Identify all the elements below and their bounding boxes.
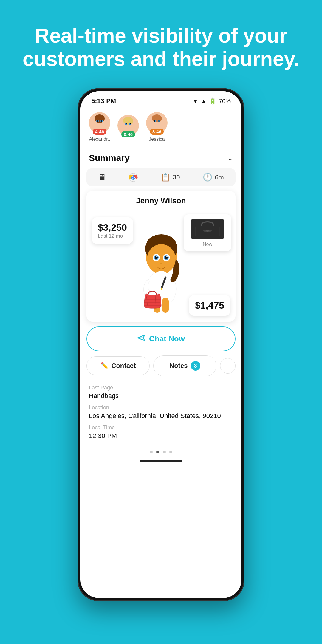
svg-point-40 [160, 263, 162, 264]
hero-title: Real-time visibility of your customers a… [0, 0, 322, 88]
stat-divider-3 [191, 173, 191, 182]
more-options-button[interactable]: ⋯ [220, 358, 236, 374]
product-image [191, 219, 224, 239]
desktop-icon: 🖥 [98, 173, 106, 182]
chat-now-button[interactable]: Chat Now [86, 326, 236, 351]
dot-1[interactable] [150, 451, 153, 453]
product-now-label: Now [203, 242, 212, 247]
contact-label: Contact [112, 362, 136, 370]
status-bar: 5:13 PM ▼ ▲ 🔋 70% [80, 91, 242, 108]
last-page-value: Handbags [89, 392, 233, 400]
stat-divider-1 [117, 173, 117, 182]
product-handbag-image [193, 219, 222, 239]
more-icon: ⋯ [225, 362, 231, 370]
customer-name: Jenny Wilson [86, 191, 236, 208]
visitor-avatar-2: 0:46 [117, 115, 139, 136]
revenue-card: $3,250 Last 12 mo [92, 217, 133, 244]
svg-point-16 [152, 114, 162, 122]
info-section: Last Page Handbags Location Los Angeles,… [80, 382, 242, 448]
customer-card-body: $3,250 Last 12 mo [86, 208, 236, 322]
contact-button[interactable]: ✏️ Contact [86, 356, 150, 375]
stat-chrome [129, 173, 138, 182]
customer-card: Jenny Wilson $3,250 Last 12 mo [86, 191, 236, 322]
svg-point-6 [101, 120, 102, 122]
stat-divider-2 [149, 173, 149, 182]
home-indicator [80, 456, 242, 465]
last-page-label: Last Page [89, 385, 233, 391]
stat-time: 🕐 6m [203, 173, 224, 182]
visitor-badge-3: 3:46 [150, 129, 164, 135]
svg-point-12 [126, 123, 127, 124]
clock-icon: 🕐 [203, 173, 212, 182]
svg-point-13 [130, 123, 131, 124]
revenue-amount: $3,250 [98, 222, 127, 233]
visitor-badge-2: 0:46 [121, 131, 135, 137]
summary-title: Summary [89, 153, 130, 163]
wifi-icon: ▼ [192, 98, 198, 105]
local-time-label: Local Time [89, 425, 233, 431]
svg-point-51 [206, 230, 209, 232]
status-time: 5:13 PM [91, 97, 116, 105]
visitor-avatar-3: 3:46 [146, 112, 168, 134]
local-time-value: 12:30 PM [89, 432, 233, 440]
notes-count-badge: 3 [191, 361, 200, 371]
dot-2[interactable] [156, 451, 159, 453]
home-bar [140, 460, 182, 462]
product-card: Now [184, 214, 231, 251]
status-icons: ▼ ▲ 🔋 70% [192, 97, 231, 105]
page-dots [80, 448, 242, 456]
svg-point-24 [132, 176, 134, 179]
phone-frame: 5:13 PM ▼ ▲ 🔋 70% [78, 88, 244, 601]
character-illustration [131, 220, 191, 319]
pencil-icon: ✏️ [100, 362, 109, 370]
svg-point-20 [158, 120, 160, 122]
visitor-avatar-1: 4:46 [89, 112, 110, 134]
svg-point-19 [154, 120, 155, 122]
stat-pages: 📋 30 [161, 173, 180, 182]
chrome-icon [129, 173, 138, 182]
send-icon [137, 334, 145, 344]
action-row: ✏️ Contact Notes 3 ⋯ [80, 355, 242, 382]
summary-header[interactable]: Summary ⌄ [80, 146, 242, 168]
svg-point-41 [152, 271, 170, 286]
visitor-item-2[interactable]: 0:46 [117, 115, 139, 139]
cart-value-card: $1,475 [189, 295, 230, 316]
chat-icon [137, 334, 145, 342]
signal-icon: ▲ [201, 98, 207, 105]
chat-now-label: Chat Now [149, 334, 185, 343]
svg-point-31 [147, 244, 176, 274]
svg-point-2 [95, 114, 105, 123]
svg-point-9 [123, 117, 133, 125]
notes-label: Notes [169, 362, 188, 370]
visitor-item[interactable]: 4:46 Alexandr.. [89, 112, 110, 142]
phone-mockup: 5:13 PM ▼ ▲ 🔋 70% [78, 88, 244, 601]
stat-desktop: 🖥 [98, 173, 106, 182]
notes-button[interactable]: Notes 3 [153, 355, 216, 376]
dot-4[interactable] [169, 451, 172, 453]
visitor-badge-1: 4:46 [93, 129, 106, 135]
visitors-row: 4:46 Alexandr.. [80, 108, 242, 146]
battery-level: 70% [219, 98, 231, 105]
time-value: 6m [215, 174, 224, 181]
pages-icon: 📋 [161, 173, 170, 182]
revenue-label: Last 12 mo [98, 233, 127, 239]
visitor-name-3: Jessica [149, 137, 165, 142]
location-value: Los Angeles, California, United States, … [89, 412, 233, 420]
location-label: Location [89, 405, 233, 411]
svg-point-38 [156, 256, 157, 257]
pages-count: 30 [173, 174, 180, 181]
battery-icon: 🔋 [209, 97, 216, 105]
svg-point-5 [97, 120, 98, 122]
dot-3[interactable] [163, 451, 166, 453]
phone-screen: 5:13 PM ▼ ▲ 🔋 70% [80, 91, 242, 598]
svg-rect-27 [162, 298, 169, 313]
svg-point-39 [166, 256, 168, 257]
visitor-name-1: Alexandr.. [89, 137, 110, 142]
cart-amount: $1,475 [195, 300, 224, 311]
visitor-item-3[interactable]: 3:46 Jessica [146, 112, 168, 142]
stats-row: 🖥 📋 [86, 168, 236, 186]
chevron-down-icon: ⌄ [227, 154, 233, 162]
